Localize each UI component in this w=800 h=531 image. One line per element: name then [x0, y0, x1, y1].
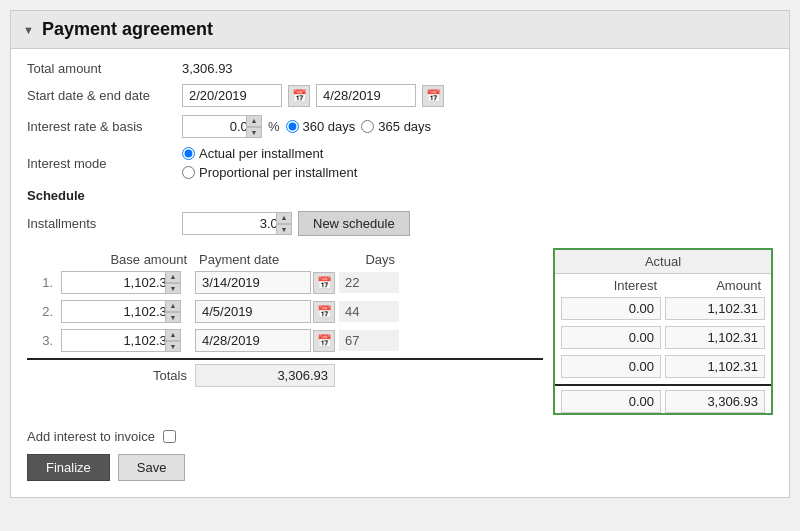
- base-amount-spinner-2: ▲ ▼: [61, 300, 181, 323]
- payment-date-cal-1[interactable]: 📅: [313, 272, 335, 294]
- base-amount-up-3[interactable]: ▲: [165, 329, 181, 341]
- actual-header: Actual: [555, 250, 771, 274]
- 365-days-label: 365 days: [378, 119, 431, 134]
- installments-arrows: ▲ ▼: [276, 212, 292, 235]
- payment-date-cal-3[interactable]: 📅: [313, 330, 335, 352]
- interest-mode-label: Interest mode: [27, 156, 182, 171]
- actual-total-interest: 0.00: [561, 390, 661, 413]
- interest-mode-controls: Actual per installment Proportional per …: [182, 146, 357, 180]
- table-row: 2. ▲ ▼ 📅 44: [27, 300, 543, 323]
- 360-days-radio-item[interactable]: 360 days: [286, 119, 356, 134]
- actual-per-installment-radio[interactable]: [182, 147, 195, 160]
- days-cell-2: 44: [339, 301, 399, 322]
- amount-col-header: Amount: [665, 278, 765, 293]
- days-cell-1: 22: [339, 272, 399, 293]
- payment-date-cell-1: 📅: [195, 271, 335, 294]
- actual-amount-2: 1,102.31: [665, 326, 765, 349]
- add-interest-checkbox[interactable]: [163, 430, 176, 443]
- base-amount-down-1[interactable]: ▼: [165, 283, 181, 295]
- base-amount-down-2[interactable]: ▼: [165, 312, 181, 324]
- base-amount-up-1[interactable]: ▲: [165, 271, 181, 283]
- actual-interest-2: 0.00: [561, 326, 661, 349]
- actual-interest-3: 0.00: [561, 355, 661, 378]
- actual-interest-1: 0.00: [561, 297, 661, 320]
- base-amount-col-header: Base amount: [61, 252, 191, 267]
- table-row: 1. ▲ ▼ 📅 22: [27, 271, 543, 294]
- actual-row-3: 0.00 1,102.31: [555, 355, 771, 378]
- interest-rate-down[interactable]: ▼: [246, 127, 262, 139]
- base-amount-input-2[interactable]: [61, 300, 181, 323]
- installments-spinner: ▲ ▼: [182, 212, 292, 235]
- total-amount-label: Total amount: [27, 61, 182, 76]
- base-amount-up-2[interactable]: ▲: [165, 300, 181, 312]
- interest-col-header: Interest: [561, 278, 661, 293]
- proportional-per-installment-radio[interactable]: [182, 166, 195, 179]
- payment-date-cell-2: 📅: [195, 300, 335, 323]
- start-date-calendar-icon[interactable]: 📅: [288, 85, 310, 107]
- base-amount-input-3[interactable]: [61, 329, 181, 352]
- interest-rate-up[interactable]: ▲: [246, 115, 262, 127]
- actual-row-2: 0.00 1,102.31: [555, 326, 771, 349]
- 365-days-radio[interactable]: [361, 120, 374, 133]
- save-button[interactable]: Save: [118, 454, 186, 481]
- new-schedule-button[interactable]: New schedule: [298, 211, 410, 236]
- end-date-calendar-icon[interactable]: 📅: [422, 85, 444, 107]
- schedule-table-wrap: Base amount Payment date Days 1. ▲ ▼: [27, 248, 773, 415]
- interest-rate-arrows: ▲ ▼: [246, 115, 262, 138]
- add-interest-row: Add interest to invoice: [27, 429, 773, 444]
- 360-days-label: 360 days: [303, 119, 356, 134]
- interest-rate-row: Interest rate & basis ▲ ▼ % 360 days 365: [27, 115, 773, 138]
- date-row: Start date & end date 📅 📅: [27, 84, 773, 107]
- payment-date-col-header: Payment date: [195, 252, 335, 267]
- actual-col-headers: Interest Amount: [555, 274, 771, 297]
- panel-body: Total amount 3,306.93 Start date & end d…: [11, 49, 789, 497]
- collapse-arrow-icon[interactable]: ▼: [23, 24, 34, 36]
- interest-rate-spinner: ▲ ▼: [182, 115, 262, 138]
- base-amount-spinner-1: ▲ ▼: [61, 271, 181, 294]
- schedule-area: Base amount Payment date Days 1. ▲ ▼: [27, 248, 773, 415]
- base-amount-input-1[interactable]: [61, 271, 181, 294]
- interest-controls: ▲ ▼ % 360 days 365 days: [182, 115, 431, 138]
- left-table: Base amount Payment date Days 1. ▲ ▼: [27, 248, 543, 415]
- actual-per-installment-label: Actual per installment: [199, 146, 323, 161]
- installments-label: Installments: [27, 216, 182, 231]
- installments-controls: ▲ ▼ New schedule: [182, 211, 410, 236]
- base-amount-arrows-1: ▲ ▼: [165, 271, 181, 294]
- total-amount-value: 3,306.93: [182, 61, 233, 76]
- col-headers: Base amount Payment date Days: [27, 248, 543, 271]
- proportional-per-installment-label: Proportional per installment: [199, 165, 357, 180]
- payment-date-input-2[interactable]: [195, 300, 311, 323]
- panel-title: Payment agreement: [42, 19, 213, 40]
- totals-label: Totals: [27, 368, 191, 383]
- interest-mode-row: Interest mode Actual per installment Pro…: [27, 146, 773, 180]
- days-col-header: Days: [339, 252, 399, 267]
- end-date-input[interactable]: [316, 84, 416, 107]
- base-amount-arrows-2: ▲ ▼: [165, 300, 181, 323]
- totals-base-amount: 3,306.93: [195, 364, 335, 387]
- payment-agreement-panel: ▼ Payment agreement Total amount 3,306.9…: [10, 10, 790, 498]
- row-num-2: 2.: [27, 304, 57, 319]
- installments-down[interactable]: ▼: [276, 224, 292, 236]
- proportional-per-installment-radio-item[interactable]: Proportional per installment: [182, 165, 357, 180]
- payment-date-input-1[interactable]: [195, 271, 311, 294]
- payment-date-cell-3: 📅: [195, 329, 335, 352]
- totals-row: Totals 3,306.93: [27, 358, 543, 387]
- bottom-buttons: Finalize Save: [27, 454, 773, 481]
- payment-date-cal-2[interactable]: 📅: [313, 301, 335, 323]
- 365-days-radio-item[interactable]: 365 days: [361, 119, 431, 134]
- percent-label: %: [268, 119, 280, 134]
- base-amount-down-3[interactable]: ▼: [165, 341, 181, 353]
- installments-up[interactable]: ▲: [276, 212, 292, 224]
- actual-totals-row: 0.00 3,306.93: [555, 384, 771, 413]
- row-num-3: 3.: [27, 333, 57, 348]
- start-date-input[interactable]: [182, 84, 282, 107]
- payment-date-input-3[interactable]: [195, 329, 311, 352]
- days-cell-3: 67: [339, 330, 399, 351]
- finalize-button[interactable]: Finalize: [27, 454, 110, 481]
- installments-row: Installments ▲ ▼ New schedule: [27, 211, 773, 236]
- base-amount-spinner-3: ▲ ▼: [61, 329, 181, 352]
- base-amount-arrows-3: ▲ ▼: [165, 329, 181, 352]
- actual-amount-1: 1,102.31: [665, 297, 765, 320]
- actual-per-installment-radio-item[interactable]: Actual per installment: [182, 146, 357, 161]
- 360-days-radio[interactable]: [286, 120, 299, 133]
